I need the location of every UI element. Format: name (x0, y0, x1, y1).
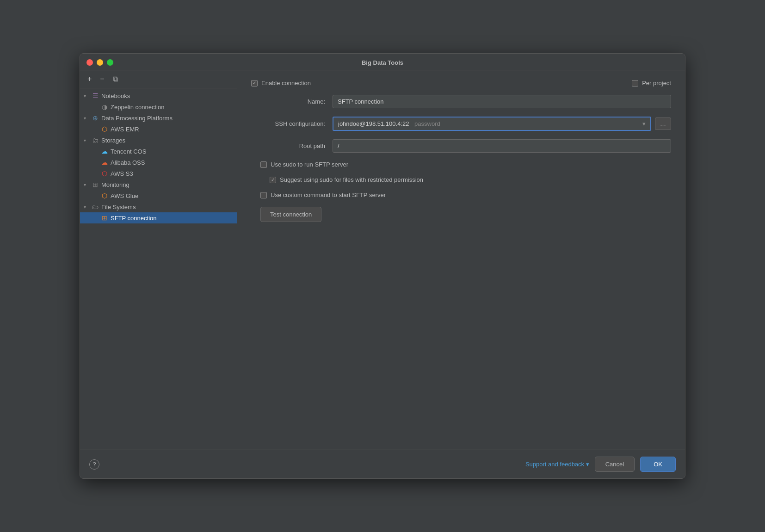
ssh-config-hint: password (414, 120, 440, 127)
tree-item-zeppelin[interactable]: ◑ Zeppelin connection (80, 101, 237, 112)
ssh-ellipsis-button[interactable]: … (655, 118, 671, 130)
tree-item-label: Data Processing Platforms (101, 115, 173, 122)
root-path-row: Root path (251, 139, 671, 153)
filesystem-icon: 🗁 (91, 203, 99, 210)
chevron-icon: ▾ (84, 116, 89, 121)
tree-item-aws-emr[interactable]: ⬡ AWS EMR (80, 124, 237, 135)
close-button[interactable] (86, 59, 93, 66)
storages-icon: 🗂 (91, 136, 99, 144)
footer: ? Support and feedback ▾ Cancel OK (80, 450, 685, 478)
tree-item-tencent[interactable]: ☁ Tencent COS (80, 146, 237, 157)
main-content: + − ⧉ ▾ ☰ Notebooks ◑ Zeppelin connectio… (80, 70, 685, 450)
tree-item-label: Tencent COS (111, 148, 146, 155)
tree-item-sftp[interactable]: ⊞ SFTP connection (80, 212, 237, 223)
zeppelin-icon: ◑ (100, 103, 109, 111)
dropdown-arrow-icon: ▾ (642, 120, 646, 127)
root-path-label: Root path (251, 142, 325, 149)
aws-glue-icon: ⬡ (100, 192, 109, 199)
tree-item-monitoring[interactable]: ▾ ⊞ Monitoring (80, 179, 237, 190)
ssh-row: johndoe@198.51.100.4:22 password ▾ … (333, 117, 671, 131)
tree-item-alibaba[interactable]: ☁ Alibaba OSS (80, 157, 237, 168)
name-label: Name: (251, 98, 325, 105)
tree-item-notebooks[interactable]: ▾ ☰ Notebooks (80, 90, 237, 101)
name-row: Name: (251, 95, 671, 108)
enable-connection-checkbox[interactable]: ✓ (251, 80, 258, 87)
tree-item-aws-s3[interactable]: ⬡ AWS S3 (80, 168, 237, 179)
aws-emr-icon: ⬡ (100, 125, 109, 133)
tree-item-label: AWS Glue (111, 192, 138, 199)
test-connection-button[interactable]: Test connection (260, 207, 321, 222)
chevron-icon: ▾ (84, 93, 89, 99)
sftp-icon: ⊞ (100, 214, 109, 222)
ssh-config-value: johndoe@198.51.100.4:22 (338, 120, 409, 127)
footer-left: ? (89, 459, 99, 470)
tree-item-label: Storages (101, 137, 125, 144)
tree-item-label: Alibaba OSS (111, 159, 145, 166)
chevron-icon: ▾ (84, 138, 89, 143)
tree-item-label: Notebooks (101, 93, 130, 99)
use-custom-cmd-checkbox[interactable] (260, 192, 267, 198)
notebook-icon: ☰ (91, 92, 99, 99)
use-custom-cmd-label: Use custom command to start SFTP server (271, 192, 386, 198)
footer-right: Support and feedback ▾ Cancel OK (525, 457, 676, 472)
tree-item-data-processing[interactable]: ▾ ⊕ Data Processing Platforms (80, 112, 237, 124)
monitoring-icon: ⊞ (91, 181, 99, 188)
ok-button[interactable]: OK (640, 457, 676, 472)
tree-item-aws-glue[interactable]: ⬡ AWS Glue (80, 190, 237, 201)
tree-item-label: File Systems (101, 204, 136, 210)
chevron-icon: ▾ (84, 204, 89, 210)
left-panel: + − ⧉ ▾ ☰ Notebooks ◑ Zeppelin connectio… (80, 70, 237, 450)
ssh-config-label: SSH configuration: (251, 120, 325, 127)
alibaba-icon: ☁ (100, 159, 109, 166)
ssh-config-row: SSH configuration: johndoe@198.51.100.4:… (251, 117, 671, 131)
right-panel: ✓ Enable connection Per project Name: SS… (237, 70, 685, 450)
test-connection-container: Test connection (251, 207, 671, 222)
root-path-input[interactable] (333, 139, 671, 153)
use-sudo-label: Use sudo to run SFTP server (271, 161, 348, 168)
copy-button[interactable]: ⧉ (111, 74, 120, 84)
per-project-label: Per project (642, 80, 671, 87)
remove-button[interactable]: − (98, 74, 106, 84)
add-button[interactable]: + (86, 74, 93, 84)
use-sudo-row: Use sudo to run SFTP server (251, 161, 671, 168)
use-custom-cmd-row: Use custom command to start SFTP server (251, 192, 671, 198)
aws-s3-icon: ⬡ (100, 170, 109, 177)
suggest-sudo-checkbox[interactable]: ✓ (270, 177, 276, 183)
suggest-sudo-row: ✓ Suggest using sudo for files with rest… (251, 176, 671, 183)
use-sudo-checkbox[interactable] (260, 161, 267, 168)
toolbar: + − ⧉ (80, 70, 237, 88)
traffic-lights (86, 59, 113, 66)
data-processing-icon: ⊕ (91, 114, 99, 122)
cancel-button[interactable]: Cancel (595, 457, 635, 472)
per-project-checkbox[interactable] (632, 80, 638, 87)
big-data-tools-dialog: Big Data Tools + − ⧉ ▾ ☰ Notebooks ◑ Zep (80, 53, 685, 479)
name-input[interactable] (333, 95, 671, 108)
suggest-sudo-label: Suggest using sudo for files with restri… (280, 176, 423, 183)
enable-connection-label: Enable connection (261, 80, 311, 87)
tree-item-label: SFTP connection (111, 215, 156, 222)
root-path-field-container (333, 139, 671, 153)
tree-item-label: Zeppelin connection (111, 104, 164, 111)
enable-row: ✓ Enable connection Per project (251, 80, 671, 87)
tree: ▾ ☰ Notebooks ◑ Zeppelin connection ▾ ⊕ … (80, 88, 237, 450)
chevron-icon: ▾ (84, 182, 89, 187)
tree-item-file-systems[interactable]: ▾ 🗁 File Systems (80, 201, 237, 212)
enable-left: ✓ Enable connection (251, 80, 311, 87)
support-feedback-link[interactable]: Support and feedback ▾ (525, 461, 589, 468)
title-bar: Big Data Tools (80, 54, 685, 70)
minimize-button[interactable] (97, 59, 103, 66)
maximize-button[interactable] (107, 59, 113, 66)
ssh-config-select[interactable]: johndoe@198.51.100.4:22 password ▾ (333, 117, 651, 131)
tree-item-label: AWS S3 (111, 170, 133, 177)
dialog-title: Big Data Tools (362, 59, 403, 66)
tree-item-storages[interactable]: ▾ 🗂 Storages (80, 135, 237, 146)
per-project-right: Per project (632, 80, 671, 87)
tree-item-label: AWS EMR (111, 126, 139, 133)
name-field-container (333, 95, 671, 108)
tree-item-label: Monitoring (101, 181, 130, 188)
help-button[interactable]: ? (89, 459, 99, 470)
tencent-icon: ☁ (100, 148, 109, 155)
